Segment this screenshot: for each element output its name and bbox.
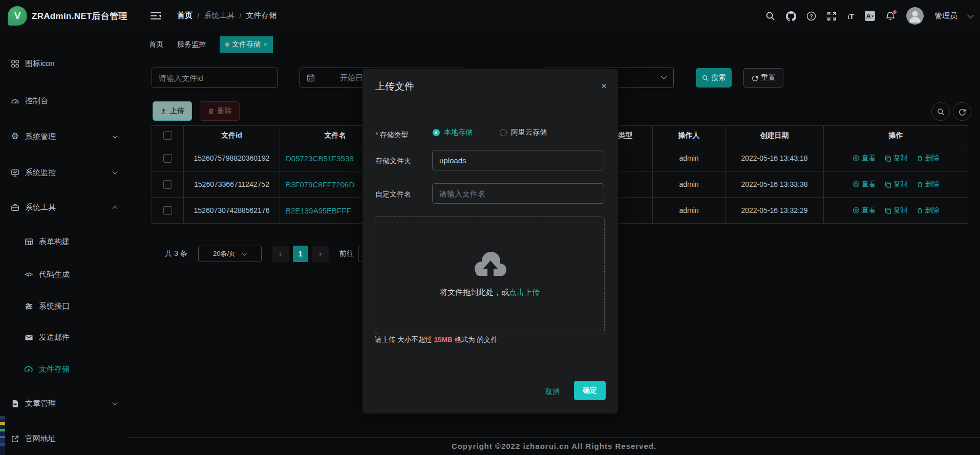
tag-view-bar: 首页 服务监控 文件存储 ×	[149, 36, 273, 53]
sidebar-item-file-storage[interactable]: 文件存储	[24, 361, 120, 377]
gauge-icon	[10, 96, 19, 105]
username[interactable]: 管理员	[934, 11, 957, 21]
breadcrumb-home[interactable]: 首页	[177, 11, 193, 20]
table-refresh-button[interactable]	[953, 102, 971, 121]
github-icon[interactable]	[786, 11, 796, 21]
monitor-icon	[10, 168, 19, 177]
select-all-checkbox[interactable]	[163, 131, 172, 140]
sidebar-item-system-manage[interactable]: ⚙ 系统管理	[10, 129, 120, 144]
sidebar-item-send-mail[interactable]: 发送邮件	[24, 330, 120, 345]
header-icons: ? tT Ax 管理员	[765, 0, 973, 32]
sidebar-fold-icon[interactable]	[150, 11, 161, 21]
copy-link[interactable]: 复制	[885, 206, 908, 215]
search-icon[interactable]	[765, 11, 775, 21]
sidebar-item-system-tools[interactable]: 系统工具	[10, 200, 120, 215]
sidebar-item-label: 系统管理	[25, 132, 56, 142]
folder-input[interactable]	[432, 150, 604, 170]
page-size-select[interactable]: 20条/页	[198, 246, 262, 262]
click-upload-link[interactable]: 点击上传	[509, 288, 540, 296]
table-icon	[24, 237, 33, 246]
translate-icon[interactable]: Ax	[865, 11, 875, 21]
chevron-down-icon	[113, 133, 118, 138]
notification-bell-icon[interactable]	[886, 11, 896, 21]
table-search-toggle-button[interactable]	[931, 102, 950, 121]
breadcrumb-system-tools: 系统工具	[204, 11, 235, 20]
sliders-icon	[24, 301, 33, 311]
next-page-button[interactable]: ›	[312, 246, 329, 262]
cell-file-id: 1526075798820360192	[184, 145, 280, 171]
current-page-button[interactable]: 1	[293, 246, 308, 262]
sidebar-item-label: 文章管理	[25, 399, 56, 408]
view-link[interactable]: 查看	[853, 206, 876, 215]
view-link[interactable]: 查看	[853, 180, 876, 189]
row-checkbox[interactable]	[163, 154, 172, 163]
file-id-input[interactable]	[152, 68, 278, 88]
sidebar-item-code-gen[interactable]: </> 代码生成	[24, 267, 120, 282]
cell-created: 2022-05-16 13:43:18	[726, 145, 824, 171]
sidebar-item-label: 系统工具	[25, 203, 56, 212]
upload-dropzone[interactable]: 将文件拖到此处，或点击上传	[375, 216, 605, 334]
calendar-icon	[307, 74, 315, 82]
chevron-down-icon	[113, 400, 118, 405]
reset-button[interactable]: 重置	[743, 68, 783, 88]
chevron-down-icon	[661, 73, 667, 79]
dialog-close-icon[interactable]: ×	[601, 81, 607, 91]
sidebar-item-article-manage[interactable]: 文章管理	[10, 396, 120, 411]
sidebar-item-label: 代码生成	[39, 270, 70, 279]
toolbox-icon	[10, 203, 19, 212]
cell-operator: admin	[653, 198, 726, 224]
sidebar-item-system-api[interactable]: 系统接口	[24, 298, 120, 314]
notification-dot	[893, 10, 897, 14]
upload-button[interactable]: 上传	[153, 101, 192, 121]
upload-tip: 请上传 大小不超过 15MB 格式为 的文件	[375, 335, 498, 344]
row-checkbox[interactable]	[163, 206, 172, 215]
sidebar-item-label: 系统接口	[39, 301, 70, 311]
delete-link[interactable]: 删除	[917, 154, 940, 163]
breadcrumb: 首页 / 系统工具 / 文件存储	[177, 11, 276, 20]
search-button[interactable]: 搜索	[696, 68, 732, 88]
cell-operator: admin	[653, 171, 726, 198]
copy-link[interactable]: 复制	[885, 154, 908, 163]
svg-text:?: ?	[810, 13, 813, 19]
sidebar-item-console[interactable]: 控制台	[10, 93, 120, 109]
tab-file-storage-active[interactable]: 文件存储 ×	[220, 36, 273, 53]
prev-page-button[interactable]: ‹	[272, 246, 289, 262]
folder-label: 存储文件夹	[375, 157, 411, 166]
avatar[interactable]	[906, 7, 924, 25]
tab-close-icon[interactable]: ×	[263, 40, 267, 49]
sidebar-item-official-site[interactable]: 官网地址	[10, 431, 120, 446]
col-actions: 操作	[824, 126, 968, 145]
sidebar-item-form-builder[interactable]: 表单构建	[24, 234, 120, 249]
confirm-button[interactable]: 确定	[574, 381, 606, 400]
chevron-down-icon[interactable]	[967, 12, 974, 18]
filename-input[interactable]	[432, 183, 604, 204]
sidebar-item-label: 系统监控	[25, 168, 56, 178]
tab-home[interactable]: 首页	[149, 40, 163, 49]
row-checkbox[interactable]	[163, 180, 172, 189]
radio-aliyun-storage[interactable]: 阿里云存储	[500, 128, 547, 137]
required-asterisk: *	[375, 131, 378, 139]
breadcrumb-separator: /	[197, 11, 199, 20]
dropzone-text: 将文件拖到此处，或点击上传	[440, 288, 540, 297]
fullscreen-icon[interactable]	[827, 11, 837, 21]
delete-link[interactable]: 删除	[917, 206, 940, 215]
sidebar-item-label: 控制台	[25, 96, 48, 106]
row-checkbox-cell	[152, 198, 184, 224]
active-dot-icon	[225, 42, 229, 47]
cell-operator: admin	[653, 145, 726, 171]
sidebar-item-system-monitor[interactable]: 系统监控	[10, 165, 120, 180]
radio-local-storage[interactable]: 本地存储	[433, 128, 473, 137]
cloud-upload-icon	[24, 364, 33, 374]
view-link[interactable]: 查看	[853, 154, 876, 163]
breadcrumb-separator: /	[239, 11, 241, 20]
help-icon[interactable]: ?	[806, 11, 816, 21]
tab-service-monitor[interactable]: 服务监控	[177, 40, 206, 49]
copy-link[interactable]: 复制	[885, 180, 908, 189]
font-size-icon[interactable]: tT	[847, 12, 854, 20]
delete-link[interactable]: 删除	[917, 180, 940, 189]
radio-unchecked-icon	[500, 129, 507, 136]
delete-button[interactable]: 删除	[200, 101, 240, 121]
pagination: 共 3 条 20条/页 ‹ 1 › 前往	[152, 246, 388, 262]
cancel-button[interactable]: 取消	[545, 387, 560, 397]
sidebar-item-icons[interactable]: 图标icon	[10, 56, 120, 71]
